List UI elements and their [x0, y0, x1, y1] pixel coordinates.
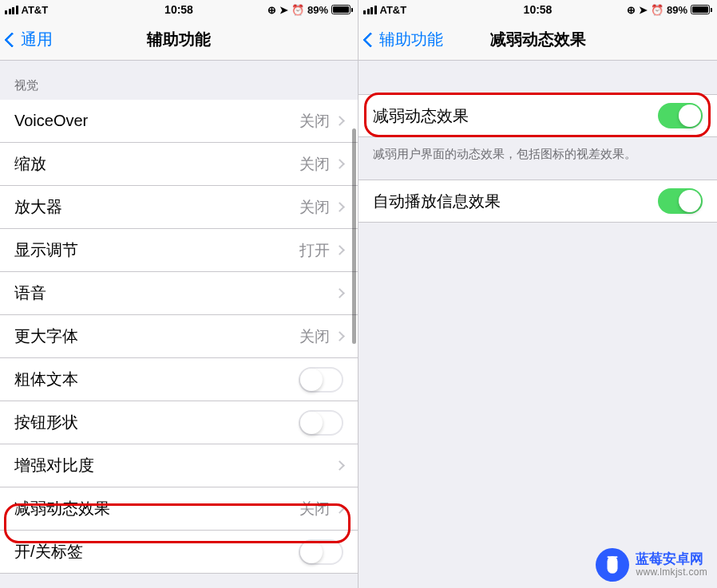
back-button[interactable]: 辅助功能: [365, 29, 443, 50]
chevron-right-icon: [335, 116, 345, 126]
nav-bar: 通用 辅助功能: [0, 19, 358, 61]
cell-value: 关闭: [299, 499, 330, 519]
cell-larger-text[interactable]: 更大字体 关闭: [0, 315, 358, 358]
carrier-label: AT&T: [380, 4, 407, 16]
cell-label: 减弱动态效果: [373, 105, 658, 127]
back-label: 通用: [21, 29, 53, 50]
watermark-url: www.lmkjst.com: [636, 567, 707, 578]
section-header-vision: 视觉: [0, 61, 358, 100]
cell-value: 关闭: [299, 154, 330, 175]
clock-label: 10:58: [524, 3, 553, 16]
cell-speech[interactable]: 语音: [0, 272, 358, 315]
toggle-bold-text[interactable]: [299, 367, 343, 393]
nav-bar: 辅助功能 减弱动态效果: [358, 19, 717, 61]
toggle-reduce-motion[interactable]: [658, 103, 703, 128]
battery-icon: [331, 5, 353, 14]
status-bar: AT&T 10:58 ⊕ ➤ ⏰ 89%: [358, 0, 717, 19]
alarm-icon: ⏰: [651, 4, 664, 16]
cell-magnifier[interactable]: 放大器 关闭: [0, 186, 358, 229]
cell-reduce-motion[interactable]: 减弱动态效果: [358, 94, 717, 137]
toggle-button-shapes[interactable]: [299, 410, 343, 436]
cell-label: 自动播放信息效果: [373, 191, 658, 212]
back-button[interactable]: 通用: [6, 29, 53, 50]
cell-bold-text[interactable]: 粗体文本: [0, 358, 358, 401]
nav-title: 辅助功能: [147, 29, 211, 50]
cell-display-accommodations[interactable]: 显示调节 打开: [0, 229, 358, 272]
cell-label: 缩放: [14, 153, 299, 175]
watermark-title: 蓝莓安卓网: [636, 551, 707, 567]
cell-value: 关闭: [299, 197, 330, 218]
cell-label: 按钮形状: [14, 412, 299, 433]
toggle-on-off-labels[interactable]: [299, 539, 343, 565]
chevron-right-icon: [335, 245, 345, 255]
carrier-label: AT&T: [22, 4, 49, 16]
content-scroll[interactable]: 视觉 VoiceOver 关闭 缩放 关闭 放大器 关闭 显示调节 打开: [0, 61, 358, 588]
cell-label: 语音: [14, 282, 336, 304]
location-icon: ➤: [639, 4, 648, 16]
cell-autoplay-effects[interactable]: 自动播放信息效果: [358, 180, 717, 223]
cell-value: 关闭: [299, 111, 330, 132]
orientation-lock-icon: ⊕: [627, 4, 636, 16]
cell-increase-contrast[interactable]: 增强对比度: [0, 444, 358, 487]
battery-percent-label: 89%: [307, 4, 328, 16]
chevron-left-icon: [4, 32, 20, 48]
cell-label: VoiceOver: [14, 112, 299, 130]
blueberry-icon: [596, 548, 629, 582]
accessibility-screen: AT&T 10:58 ⊕ ➤ ⏰ 89% 通用 辅助功能 视觉 VoiceOve…: [0, 0, 358, 588]
cell-reduce-motion[interactable]: 减弱动态效果 关闭: [0, 487, 358, 531]
signal-icon: [363, 6, 377, 14]
cell-value: 打开: [299, 240, 330, 261]
content-scroll[interactable]: 减弱动态效果 减弱用户界面的动态效果，包括图标的视差效果。 自动播放信息效果: [358, 61, 717, 588]
cell-label: 更大字体: [14, 326, 299, 347]
cell-label: 增强对比度: [14, 455, 336, 476]
signal-icon: [5, 6, 18, 14]
chevron-left-icon: [362, 32, 378, 48]
scrollbar-indicator: [352, 128, 356, 344]
cell-zoom[interactable]: 缩放 关闭: [0, 143, 358, 186]
battery-icon: [691, 5, 712, 14]
cell-label: 减弱动态效果: [14, 498, 299, 519]
chevron-right-icon: [335, 159, 345, 169]
footer-description: 减弱用户界面的动态效果，包括图标的视差效果。: [358, 137, 717, 180]
nav-title: 减弱动态效果: [490, 29, 586, 50]
cell-button-shapes[interactable]: 按钮形状: [0, 401, 358, 444]
site-watermark: 蓝莓安卓网 www.lmkjst.com: [596, 548, 707, 582]
chevron-right-icon: [335, 288, 345, 298]
chevron-right-icon: [335, 460, 345, 471]
cell-value: 关闭: [299, 326, 330, 347]
chevron-right-icon: [335, 202, 345, 212]
location-icon: ➤: [279, 4, 288, 16]
cell-label: 显示调节: [14, 239, 299, 261]
cell-label: 粗体文本: [14, 369, 299, 390]
alarm-icon: ⏰: [291, 4, 304, 16]
toggle-autoplay-effects[interactable]: [658, 188, 703, 214]
status-bar: AT&T 10:58 ⊕ ➤ ⏰ 89%: [0, 0, 358, 19]
cell-voiceover[interactable]: VoiceOver 关闭: [0, 100, 358, 143]
clock-label: 10:58: [164, 3, 193, 16]
cell-label: 开/关标签: [14, 541, 299, 562]
back-label: 辅助功能: [379, 29, 443, 50]
cell-on-off-labels[interactable]: 开/关标签: [0, 531, 358, 574]
chevron-right-icon: [335, 331, 345, 341]
cell-label: 放大器: [14, 196, 299, 218]
chevron-right-icon: [335, 503, 345, 514]
orientation-lock-icon: ⊕: [267, 4, 276, 16]
reduce-motion-screen: AT&T 10:58 ⊕ ➤ ⏰ 89% 辅助功能 减弱动态效果 减弱动态效果: [358, 0, 717, 588]
battery-percent-label: 89%: [667, 4, 687, 16]
